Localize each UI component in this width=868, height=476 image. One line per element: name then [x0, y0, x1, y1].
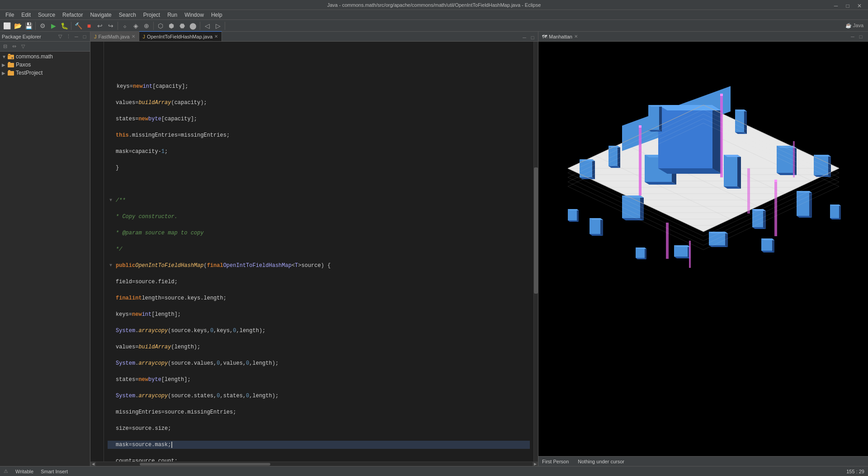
menu-edit[interactable]: Edit	[18, 11, 34, 19]
viz-tab-close[interactable]: ✕	[574, 34, 578, 39]
editor-panel-min[interactable]: ─	[521, 34, 528, 41]
toolbar-save[interactable]: 💾	[24, 21, 33, 31]
minimize-button[interactable]: ─	[831, 1, 841, 11]
svg-rect-83	[747, 168, 750, 214]
svg-marker-116	[761, 238, 772, 251]
toolbar-btn12[interactable]: ⬤	[188, 21, 198, 31]
toolbar-btn8[interactable]: ⊕	[142, 21, 151, 31]
package-explorer-header: Package Explorer ▽ ⋮ ─ □	[0, 32, 90, 42]
svg-marker-90	[592, 159, 595, 179]
svg-marker-40	[724, 155, 737, 186]
toolbar-build[interactable]: 🔨	[73, 21, 83, 31]
toolbar-btn4[interactable]: ↩	[95, 21, 105, 31]
viz-panel-max[interactable]: □	[857, 33, 864, 40]
toolbar-java[interactable]: ☕ Java	[843, 21, 866, 31]
svg-marker-94	[744, 109, 747, 134]
code-editor[interactable]: keys = new int[capacity]; values = build…	[90, 42, 538, 462]
menu-run[interactable]: Run	[164, 11, 181, 19]
svg-marker-105	[568, 220, 579, 222]
view-menu-btn[interactable]: ▽	[19, 43, 27, 51]
editor-panel-max[interactable]: □	[529, 34, 536, 41]
svg-rect-2	[8, 54, 10, 55]
svg-rect-82	[666, 223, 669, 259]
toolbar-debug[interactable]: 🐛	[59, 21, 69, 31]
toolbar-btn7[interactable]: ◈	[131, 21, 141, 31]
viz-footer: First Person Nothing under cursor	[538, 456, 868, 466]
toolbar-btn1[interactable]: ⚙	[38, 21, 47, 31]
maximize-button[interactable]: □	[843, 1, 853, 11]
toolbar-new[interactable]: ⬜	[2, 21, 12, 31]
collapse-all-btn[interactable]: ⊟	[1, 43, 9, 51]
svg-marker-108	[709, 232, 725, 245]
tab-close-fastmath[interactable]: ✕	[132, 34, 135, 39]
tab-close-openint[interactable]: ✕	[214, 34, 218, 39]
tab-fastmath[interactable]: J FastMath.java ✕	[90, 31, 139, 41]
toolbar-btn13[interactable]: ◁	[202, 21, 212, 31]
svg-marker-100	[830, 205, 839, 218]
svg-marker-122	[645, 248, 646, 259]
panel-menu-btn[interactable]: ⋮	[65, 33, 72, 40]
svg-marker-123	[636, 248, 646, 249]
manhattan-svg	[538, 42, 868, 358]
svg-marker-42	[737, 155, 741, 189]
code-content[interactable]: keys = new int[capacity]; values = build…	[104, 42, 533, 462]
package-explorer-toolbar: ⊟ ⇔ ▽	[0, 42, 90, 52]
close-button[interactable]: ✕	[854, 1, 864, 11]
svg-marker-51	[658, 105, 722, 110]
svg-rect-78	[639, 128, 642, 195]
toolbar-sep4	[153, 22, 154, 30]
toolbar-btn14[interactable]: ▷	[213, 21, 223, 31]
editor-scrollbar[interactable]	[533, 42, 538, 462]
menu-refactor[interactable]: Refactor	[59, 11, 86, 19]
toolbar-btn5[interactable]: ↪	[106, 21, 116, 31]
viz-3d-canvas[interactable]	[538, 42, 868, 456]
svg-rect-7	[8, 70, 10, 71]
toolbar-stop[interactable]: ■	[84, 21, 94, 31]
svg-point-3	[11, 57, 13, 59]
menu-search[interactable]: Search	[115, 11, 140, 19]
panel-minimize-btn[interactable]: ─	[73, 33, 80, 40]
svg-rect-124	[689, 241, 691, 268]
toolbar-sep3	[118, 22, 118, 30]
editor-hscrollbar[interactable]: ◀ ▶	[90, 462, 538, 466]
toolbar-btn6[interactable]: ⬦	[120, 21, 130, 31]
tab-icon-openint: J	[143, 34, 146, 39]
viz-tab-icon: 🗺	[542, 34, 547, 39]
tree-item-paxos[interactable]: ▶ Paxos	[0, 61, 90, 69]
menu-window[interactable]: Window	[181, 11, 208, 19]
toolbar-open[interactable]: 📂	[13, 21, 23, 31]
svg-marker-111	[709, 232, 728, 233]
tree-item-commons-math[interactable]: ▼ commons.math	[0, 52, 90, 61]
tree-label-test: TestProject	[16, 70, 42, 76]
svg-marker-54	[763, 209, 766, 229]
menu-help[interactable]: Help	[208, 11, 226, 19]
project-icon-paxos	[7, 61, 14, 68]
panel-collapse-btn[interactable]: ▽	[57, 33, 64, 40]
svg-marker-72	[590, 218, 600, 234]
panel-maximize-btn[interactable]: □	[81, 33, 88, 40]
svg-marker-118	[772, 238, 774, 252]
viz-panel-min[interactable]: ─	[849, 33, 856, 40]
svg-rect-77	[720, 94, 723, 96]
toolbar-btn10[interactable]: ⬢	[166, 21, 176, 31]
tree-arrow-paxos: ▶	[2, 62, 7, 67]
menu-project[interactable]: Project	[140, 11, 164, 19]
tree-item-testproject[interactable]: ▶ TestProject	[0, 69, 90, 77]
svg-marker-96	[648, 105, 659, 130]
menu-file[interactable]: File	[2, 11, 18, 19]
hscroll-left[interactable]: ◀	[90, 462, 96, 466]
tab-openint[interactable]: J OpenIntToFieldHashMap.java ✕	[139, 31, 222, 41]
status-position: 155 : 29	[846, 469, 864, 474]
link-editor-btn[interactable]: ⇔	[10, 43, 18, 51]
toolbar-btn11[interactable]: ⬣	[177, 21, 187, 31]
toolbar-btn9[interactable]: ⬡	[156, 21, 165, 31]
tab-label-openint: OpenIntToFieldHashMap.java	[147, 34, 212, 39]
svg-rect-81	[774, 180, 777, 182]
svg-rect-6	[8, 71, 14, 76]
hscroll-right[interactable]: ▶	[533, 462, 538, 466]
menu-source[interactable]: Source	[34, 11, 59, 19]
tree-arrow-commons: ▼	[2, 54, 7, 59]
menu-navigate[interactable]: Navigate	[86, 11, 115, 19]
svg-marker-121	[636, 258, 646, 259]
toolbar-run[interactable]: ▶	[48, 21, 58, 31]
